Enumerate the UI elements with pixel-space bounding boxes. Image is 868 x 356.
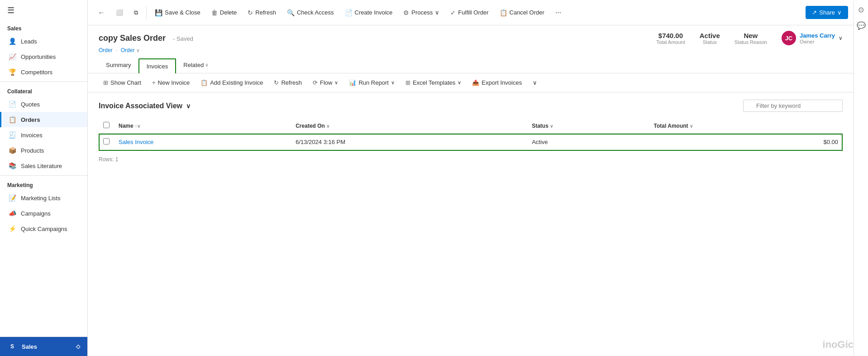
sidebar-item-label: Invoices [21,132,43,139]
export-invoices-button[interactable]: 📤 Export Invoices [467,77,526,88]
right-copilot-icon[interactable]: ⊙ [856,4,866,16]
sub-more-button[interactable]: ∨ [528,77,542,88]
sidebar-item-sales-literature[interactable]: 📚 Sales Literature [0,158,87,173]
sidebar: ☰ Sales 👤 Leads 📈 Opportunities 🏆 Compet… [0,0,88,356]
select-all-checkbox[interactable] [103,122,110,128]
hamburger-icon[interactable]: ☰ [0,0,87,21]
delete-button[interactable]: 🗑 Delete [207,6,242,19]
sidebar-item-opportunities[interactable]: 📈 Opportunities [0,49,87,64]
total-amount-value: $740.00 [656,32,685,39]
more-button[interactable]: ⋯ [551,6,566,19]
process-button[interactable]: ⚙ Process ∨ [399,6,444,19]
table-select-all-header[interactable] [99,118,114,134]
add-existing-invoice-icon: 📋 [200,79,208,86]
owner-info: James Carry Owner [800,32,835,44]
meta-status: Active Status [700,32,720,45]
share-icon: ↗ [812,9,817,16]
right-chat-icon[interactable]: 💬 [855,19,868,32]
save-close-button[interactable]: 💾 Save & Close [150,6,205,19]
create-invoice-button[interactable]: 📄 Create Invoice [340,6,397,19]
row-created-on-cell: 6/13/2024 3:16 PM [291,134,527,151]
add-existing-invoice-button[interactable]: 📋 Add Existing Invoice [196,77,267,88]
owner-avatar[interactable]: JC [782,31,796,45]
col-header-status[interactable]: Status ∨ [527,118,649,134]
refresh-button[interactable]: ↻ Refresh [243,6,281,19]
top-toolbar: ← ⬜ ⧉ 💾 Save & Close 🗑 Delete ↻ Refresh … [88,0,854,25]
view-title-chevron-icon: ∨ [186,102,191,110]
breadcrumb-order2[interactable]: Order [121,47,135,53]
fulfill-order-button[interactable]: ✓ Fulfill Order [446,6,493,19]
run-report-button[interactable]: 📊 Run Report ∨ [344,77,399,88]
sidebar-item-leads[interactable]: 👤 Leads [0,34,87,49]
sales-literature-icon: 📚 [9,162,16,169]
cancel-order-button[interactable]: 📋 Cancel Order [495,6,549,19]
export-invoices-label: Export Invoices [482,79,522,86]
tab-summary[interactable]: Summary [99,58,138,73]
owner-section: JC James Carry Owner ∨ [782,31,843,45]
sidebar-item-products[interactable]: 📦 Products [0,143,87,158]
view-record-icon: ⬜ [116,9,123,16]
back-button[interactable]: ← [93,6,110,19]
sidebar-item-campaigns[interactable]: 📣 Campaigns [0,206,87,221]
owner-name[interactable]: James Carry [800,32,835,39]
refresh-label: Refresh [255,9,276,16]
excel-templates-button[interactable]: ⊞ Excel Templates ∨ [401,77,466,88]
breadcrumb-chevron-icon[interactable]: ∨ [136,48,140,53]
row-name-cell[interactable]: Sales Invoice [114,134,291,151]
row-total-amount-cell: $0.00 [649,134,843,151]
status-reason-value: New [734,32,767,39]
fulfill-order-icon: ✓ [450,9,456,16]
sub-refresh-button[interactable]: ↻ Refresh [269,77,306,88]
col-total-amount-label: Total Amount [654,123,688,129]
owner-label: Owner [800,39,835,44]
show-chart-button[interactable]: ⊞ Show Chart [99,77,146,88]
row-checkbox[interactable] [103,138,110,144]
sub-refresh-icon: ↻ [274,79,279,86]
owner-expand-icon[interactable]: ∨ [839,35,843,41]
sidebar-item-competitors[interactable]: 🏆 Competitors [0,64,87,80]
filter-input[interactable] [743,100,843,112]
sidebar-item-quick-campaigns[interactable]: ⚡ Quick Campaigns [0,221,87,236]
flow-button[interactable]: ⟳ Flow ∨ [308,77,343,88]
col-header-name[interactable]: Name ↑∨ [114,118,291,134]
sidebar-bottom-item-sales[interactable]: S Sales ◇ [0,337,87,356]
sidebar-item-orders[interactable]: 📋 Orders [0,112,87,127]
check-access-button[interactable]: 🔍 Check Access [282,6,339,19]
sidebar-item-quotes[interactable]: 📄 Quotes [0,96,87,112]
col-header-total-amount[interactable]: Total Amount ∨ [649,118,843,134]
view-header: Invoice Associated View ∨ 🔍 [99,100,843,112]
row-checkbox-cell[interactable] [99,134,114,151]
sidebar-item-marketing-lists[interactable]: 📝 Marketing Lists [0,190,87,206]
col-header-created-on[interactable]: Created On ∨ [291,118,527,134]
create-invoice-label: Create Invoice [355,9,393,16]
share-button[interactable]: ↗ Share ∨ [806,6,848,19]
create-invoice-icon: 📄 [345,9,353,16]
process-chevron-icon: ∨ [435,9,439,16]
table-header-row: Name ↑∨ Created On ∨ Status ∨ Total Amou… [99,118,843,134]
view-title[interactable]: Invoice Associated View ∨ [99,102,191,110]
open-new-window-button[interactable]: ⧉ [129,6,143,19]
tab-invoices[interactable]: Invoices [138,58,176,73]
rows-count: Rows: 1 [99,156,843,163]
export-invoices-icon: 📤 [472,79,479,86]
toolbar-divider-1 [146,6,147,19]
sidebar-item-label: Leads [21,38,37,45]
sidebar-item-invoices[interactable]: 🧾 Invoices [0,127,87,143]
products-icon: 📦 [9,147,16,154]
sales-section-label: Sales [0,21,87,34]
breadcrumb-order1[interactable]: Order [99,47,113,53]
quick-campaigns-icon: ⚡ [9,225,16,232]
meta-status-reason: New Status Reason [734,32,767,45]
view-record-button[interactable]: ⬜ [111,6,128,19]
col-name-label: Name [119,123,134,129]
sidebar-bottom-label: Sales [22,343,37,350]
record-title: copy Sales Order [99,34,166,43]
tab-related[interactable]: Related ∨ [176,58,216,73]
sub-refresh-label: Refresh [281,79,302,86]
invoices-icon: 🧾 [9,131,16,139]
invoice-link[interactable]: Sales Invoice [119,139,153,145]
run-report-label: Run Report [358,79,388,86]
meta-total-amount: $740.00 Total Amount [656,32,685,45]
open-new-window-icon: ⧉ [134,9,138,16]
new-invoice-button[interactable]: + New Invoice [148,77,194,88]
